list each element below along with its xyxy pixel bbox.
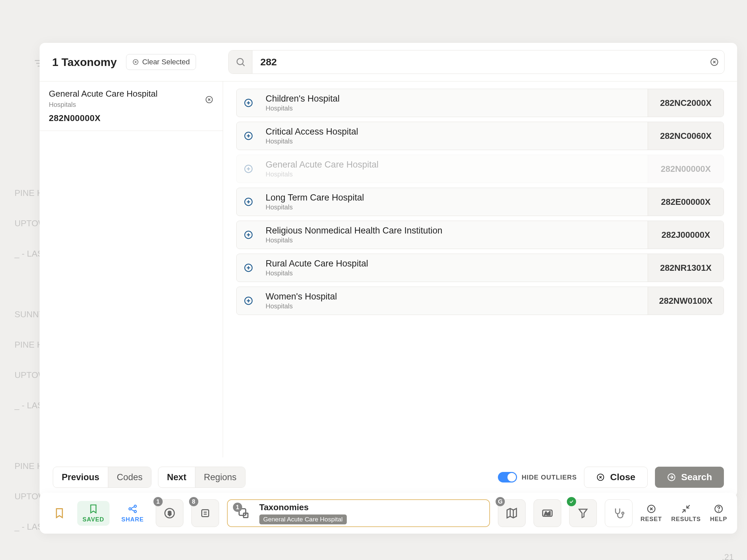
plus-circle-icon: [243, 230, 253, 240]
svg-point-60: [622, 512, 624, 514]
close-icon: [205, 95, 213, 104]
plus-circle-icon: [243, 296, 253, 306]
previous-button[interactable]: Previous Codes: [53, 466, 151, 488]
svg-line-65: [682, 510, 685, 512]
svg-line-44: [131, 509, 134, 511]
hide-outliers-toggle[interactable]: HIDE OUTLIERS: [498, 472, 577, 482]
taxonomies-chip[interactable]: 1 Taxonomies General Acute Care Hospital: [227, 499, 490, 527]
result-subtitle: Hospitals: [266, 170, 642, 178]
add-result-button[interactable]: [237, 221, 260, 249]
results-list: Children's Hospital Hospitals 282NC2000X…: [223, 81, 737, 457]
arrow-right-circle-icon: [667, 473, 676, 482]
svg-point-6: [237, 58, 243, 64]
add-result-button[interactable]: [237, 287, 260, 315]
search-button[interactable]: Search: [655, 466, 724, 488]
add-result-button[interactable]: [237, 188, 260, 216]
stethoscope-button[interactable]: [605, 499, 633, 527]
result-title: Long Term Care Hospital: [266, 193, 642, 203]
clear-selected-button[interactable]: Clear Selected: [126, 54, 196, 70]
saved-label: SAVED: [82, 516, 104, 523]
taxonomy-modal: 1 Taxonomy Clear Selected General Acute …: [40, 43, 737, 497]
svg-marker-59: [579, 509, 587, 518]
share-button[interactable]: SHARE: [118, 501, 148, 526]
bg-row-right: .21: [722, 552, 734, 560]
search-label: Search: [681, 472, 712, 482]
svg-text:$: $: [168, 510, 171, 516]
bg-row-left: PINE H: [15, 188, 43, 198]
taxonomies-tag: General Acute Care Hospital: [259, 514, 347, 524]
toggle-switch: [498, 472, 517, 482]
add-result-button: [237, 155, 260, 183]
result-code: 282N00000X: [648, 155, 724, 183]
close-icon: [710, 57, 719, 66]
close-label: Close: [610, 472, 635, 482]
reset-icon: [646, 504, 656, 514]
bg-row-left: _ - LAS: [15, 400, 43, 410]
result-row: General Acute Care Hospital Hospitals 28…: [236, 155, 724, 183]
funnel-icon: [577, 507, 589, 519]
result-subtitle: Hospitals: [266, 269, 642, 277]
result-code: 282NR1301X: [648, 254, 724, 282]
result-code: 282NC0060X: [648, 122, 724, 150]
hide-outliers-label: HIDE OUTLIERS: [522, 474, 577, 481]
add-result-button[interactable]: [237, 122, 260, 150]
help-icon: [714, 504, 724, 514]
plus-circle-icon: [243, 263, 253, 273]
dollar-icon: $: [163, 507, 176, 519]
result-row: Critical Access Hospital Hospitals 282NC…: [236, 122, 724, 150]
result-subtitle: Hospitals: [266, 237, 642, 244]
search-field[interactable]: [228, 50, 725, 74]
modal-footer: Previous Codes Next Regions HIDE OUTLIER…: [40, 457, 737, 497]
map-icon: [506, 507, 518, 519]
result-code: 282J00000X: [648, 221, 724, 249]
next-sublabel: Regions: [195, 467, 245, 487]
funnel-button[interactable]: [569, 499, 597, 527]
result-subtitle: Hospitals: [266, 204, 642, 211]
add-result-button[interactable]: [237, 254, 260, 282]
add-result-button[interactable]: [237, 89, 260, 117]
next-button[interactable]: Next Regions: [158, 466, 246, 488]
result-title: Children's Hospital: [266, 94, 642, 104]
result-subtitle: Hospitals: [266, 105, 642, 112]
close-button[interactable]: Close: [584, 466, 647, 488]
map-button[interactable]: G: [498, 499, 525, 527]
stethoscope-icon: [612, 507, 625, 519]
svg-rect-47: [202, 510, 208, 517]
bg-row-left: PINE H: [15, 340, 43, 350]
taxonomies-title: Taxonomies: [259, 502, 347, 512]
filter-dollar-button[interactable]: 1 $: [156, 499, 183, 527]
result-title: Critical Access Hospital: [266, 127, 642, 137]
search-clear-button[interactable]: [704, 57, 724, 66]
svg-text:Ad: Ad: [544, 511, 551, 516]
svg-line-43: [131, 507, 134, 508]
modal-header: 1 Taxonomy Clear Selected: [40, 43, 737, 81]
search-input[interactable]: [252, 56, 704, 68]
result-title: Rural Acute Care Hospital: [266, 259, 642, 269]
result-code: 282E00000X: [648, 188, 724, 216]
bottom-toolbar: SAVED SHARE 1 $ 8 1 Taxonomies General A…: [40, 493, 737, 534]
search-icon: [229, 50, 252, 74]
result-subtitle: Hospitals: [266, 302, 642, 310]
selected-item-subtitle: Hospitals: [49, 101, 158, 108]
selected-taxonomy-item: General Acute Care Hospital Hospitals 28…: [40, 81, 223, 131]
svg-line-64: [687, 505, 690, 508]
filter-list-button[interactable]: 8: [191, 499, 219, 527]
reset-button[interactable]: RESET: [640, 504, 662, 523]
help-label: HELP: [710, 516, 727, 523]
svg-line-7: [242, 64, 244, 66]
svg-marker-54: [507, 509, 517, 518]
results-label: RESULTS: [671, 516, 701, 523]
results-button[interactable]: RESULTS: [671, 504, 701, 523]
saved-button[interactable]: SAVED: [77, 501, 109, 526]
remove-selected-button[interactable]: [205, 89, 213, 104]
result-row: Rural Acute Care Hospital Hospitals 282N…: [236, 254, 724, 282]
badge-count: 8: [189, 497, 198, 506]
help-button[interactable]: HELP: [710, 504, 727, 523]
selected-item-title: General Acute Care Hospital: [49, 89, 158, 99]
previous-sublabel: Codes: [108, 467, 151, 487]
ad-button[interactable]: Ad: [534, 499, 561, 527]
share-label: SHARE: [122, 516, 144, 523]
bg-row-left: _ - LAS: [15, 249, 43, 259]
bookmark-button[interactable]: [50, 499, 69, 527]
result-row: Children's Hospital Hospitals 282NC2000X: [236, 89, 724, 117]
